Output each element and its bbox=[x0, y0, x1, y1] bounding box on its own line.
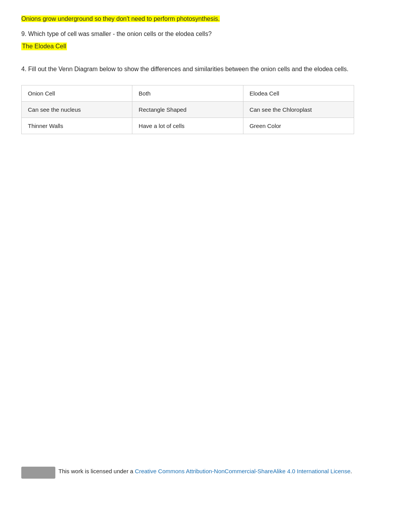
both-row1: Rectangle Shaped bbox=[132, 101, 243, 118]
elodea-row1: Can see the Chloroplast bbox=[243, 101, 354, 118]
venn-table-header-row: Onion Cell Both Elodea Cell bbox=[22, 85, 354, 101]
onion-row2: Thinner Walls bbox=[22, 118, 132, 134]
both-row2: Have a lot of cells bbox=[132, 118, 243, 134]
venn-header-elodea: Elodea Cell bbox=[243, 85, 354, 101]
table-row: Can see the nucleus Rectangle Shaped Can… bbox=[22, 101, 354, 118]
question-4-instruction: 4. Fill out the Venn Diagram below to sh… bbox=[21, 64, 390, 74]
license-text: This work is licensed under a Creative C… bbox=[58, 467, 390, 476]
highlighted-sentence-paragraph: Onions grow underground so they don't ne… bbox=[21, 15, 390, 22]
venn-diagram-table: Onion Cell Both Elodea Cell Can see the … bbox=[21, 85, 354, 134]
license-prefix: This work is licensed under a bbox=[58, 468, 135, 474]
question-9-text: 9. Which type of cell was smaller - the … bbox=[21, 29, 390, 39]
license-logo bbox=[21, 467, 55, 479]
venn-header-both: Both bbox=[132, 85, 243, 101]
question-9-answer: The Elodea Cell bbox=[21, 43, 67, 50]
onion-row1: Can see the nucleus bbox=[22, 101, 132, 118]
venn-header-onion: Onion Cell bbox=[22, 85, 132, 101]
license-section: This work is licensed under a Creative C… bbox=[21, 467, 390, 479]
license-link[interactable]: Creative Commons Attribution-NonCommerci… bbox=[135, 468, 351, 474]
license-suffix: . bbox=[351, 468, 352, 474]
highlighted-sentence: Onions grow underground so they don't ne… bbox=[21, 15, 220, 22]
elodea-row2: Green Color bbox=[243, 118, 354, 134]
table-row: Thinner Walls Have a lot of cells Green … bbox=[22, 118, 354, 134]
